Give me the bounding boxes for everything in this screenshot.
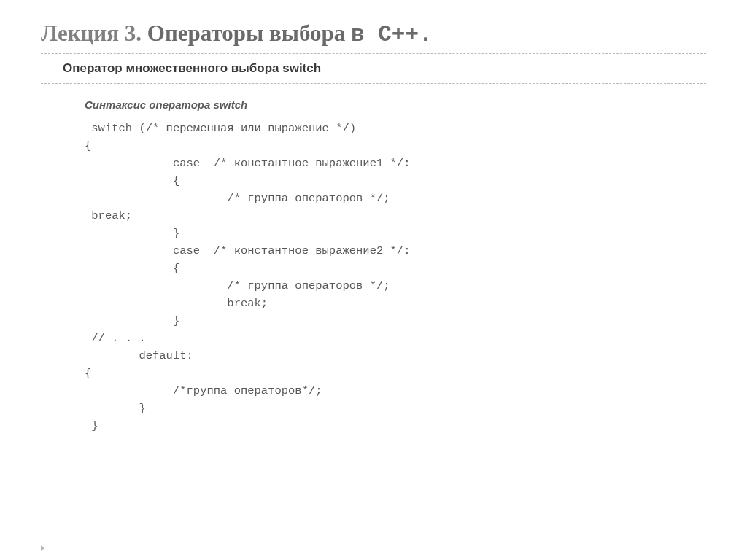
syntax-label: Синтаксис оператора switch (85, 98, 706, 111)
slide: Лекция 3. Операторы выбора в С++. Операт… (0, 0, 747, 560)
code-block: switch (/* переменная или выражение */) … (85, 120, 706, 435)
slide-subtitle: Оператор множественного выбора switch (63, 61, 706, 76)
footer-marker-icon: ▸ (41, 542, 46, 553)
title-part2: Операторы выбора (147, 20, 351, 46)
divider-footer (41, 542, 706, 542)
slide-title: Лекция 3. Операторы выбора в С++. (41, 20, 706, 47)
title-part3: в С++. (351, 22, 433, 47)
divider-under-subtitle (41, 83, 706, 84)
divider-top (41, 53, 706, 54)
title-part1: Лекция 3. (41, 20, 147, 46)
